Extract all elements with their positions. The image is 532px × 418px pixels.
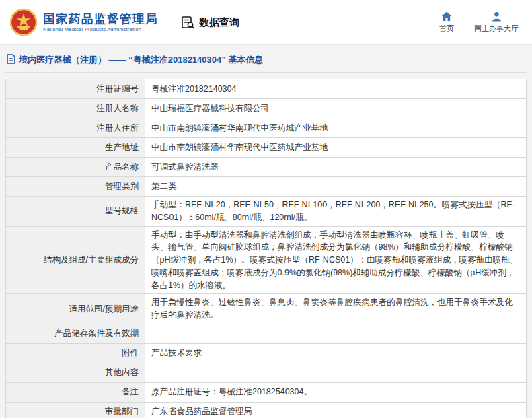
data-query-label: 数据查询 <box>199 16 239 29</box>
table-row-reg-number: 注册证编号粤械注准20182140304 <box>6 79 527 99</box>
row-label: 其他内容 <box>6 363 145 382</box>
row-label: 型号规格 <box>6 197 145 227</box>
nav-home-label: 首页 <box>439 24 454 34</box>
registration-info-table: 注册证编号粤械注准20182140304 注册人名称中山瑞福医疗器械科技有限公司… <box>5 79 527 418</box>
row-value: 第二类 <box>145 177 527 197</box>
table-row-intended-use: 适用范围/预期用途用于急慢性鼻炎、过敏性鼻炎、鼻息肉、鼻窦炎等鼻腔疾病患者的鼻腔… <box>6 294 527 324</box>
table-row-composition: 结构及组成/主要组成成分手动型：由手动型清洗器和鼻腔清洗剂组成，手动型清洗器由喷… <box>6 226 527 294</box>
nav-service-hall[interactable]: 网上办事大厅 <box>474 11 519 34</box>
row-label: 注册人名称 <box>6 99 145 118</box>
row-label: 注册人住所 <box>6 118 145 138</box>
row-value: 广东省食品药品监督管理局 <box>145 402 527 418</box>
row-label: 附件 <box>6 343 145 363</box>
row-value <box>145 363 527 382</box>
table-row-model-spec: 型号规格手动型：REF-NI-20，REF-NI-50，REF-NI-100，R… <box>6 197 527 227</box>
row-label: 产品名称 <box>6 158 145 177</box>
table-row-product-name: 产品名称可调式鼻腔清洗器 <box>6 158 527 177</box>
content-area: 境内医疗器械（注册） —— “粤械注准20182140304” 基本信息 注册证… <box>0 44 532 418</box>
row-value: 手动型：由手动型清洗器和鼻腔清洗剂组成，手动型清洗器由喷瓶容杯、喷瓶上盖、虹吸管… <box>145 226 527 294</box>
table-row-other-content: 其他内容 <box>6 363 527 382</box>
home-icon <box>441 11 452 22</box>
row-label: 产品储存条件及有效期 <box>6 324 145 343</box>
row-value: 粤械注准20182140304 <box>145 79 527 99</box>
table-row-registrant-address: 注册人住所中山市南朗镇濠涌村华南现代中医药城产业基地 <box>6 118 527 138</box>
row-value: 用于急慢性鼻炎、过敏性鼻炎、鼻息肉、鼻窦炎等鼻腔疾病患者的鼻腔清洗，也用于鼻炎手… <box>145 294 527 324</box>
site-title: 国家药品监督管理局 <box>43 12 158 26</box>
table-row-registrant-name: 注册人名称中山瑞福医疗器械科技有限公司 <box>6 99 527 118</box>
row-value: 可调式鼻腔清洗器 <box>145 158 527 177</box>
page-title-bar: 境内医疗器械（注册） —— “粤械注准20182140304” 基本信息 <box>5 50 527 73</box>
row-label: 审批部门 <box>6 402 145 418</box>
row-label: 注册证编号 <box>6 79 145 99</box>
row-value: 手动型：REF-NI-20，REF-NI-50，REF-NI-100，REF-N… <box>145 197 527 227</box>
table-row-approval-dept: 审批部门广东省食品药品监督管理局 <box>6 402 527 418</box>
row-label: 备注 <box>6 382 145 402</box>
row-label: 结构及组成/主要组成成分 <box>6 226 145 294</box>
table-row-storage: 产品储存条件及有效期 <box>6 324 527 343</box>
document-icon <box>7 54 15 66</box>
table-row-remarks: 备注原产品注册证号：粤械注准20182540304。 <box>6 382 527 402</box>
table-row-management-class: 管理类别第二类 <box>6 177 527 197</box>
table-row-attachment: 附件产品技术要求 <box>6 343 527 363</box>
user-icon <box>492 11 502 22</box>
national-emblem-icon <box>9 8 38 36</box>
info-table-body: 注册证编号粤械注准20182140304 注册人名称中山瑞福医疗器械科技有限公司… <box>6 79 527 418</box>
row-label: 管理类别 <box>6 177 145 197</box>
nav-service-hall-label: 网上办事大厅 <box>474 24 519 34</box>
data-search-icon <box>181 15 195 30</box>
nav-home[interactable]: 首页 <box>439 11 454 34</box>
row-value: 产品技术要求 <box>145 343 527 363</box>
row-value: 中山瑞福医疗器械科技有限公司 <box>145 99 527 118</box>
row-value: 中山市南朗镇濠涌村华南现代中医药城产业基地 <box>145 138 527 158</box>
table-row-production-address: 生产地址中山市南朗镇濠涌村华南现代中医药城产业基地 <box>6 138 527 158</box>
row-value: 原产品注册证号：粤械注准20182540304。 <box>145 382 527 402</box>
row-label: 生产地址 <box>6 138 145 158</box>
header-right-nav: 首页 网上办事大厅 <box>439 11 519 34</box>
site-logo: 国家药品监督管理局 National Medical Products Admi… <box>9 8 158 36</box>
row-label: 适用范围/预期用途 <box>6 294 145 324</box>
row-value: 中山市南朗镇濠涌村华南现代中医药城产业基地 <box>145 118 527 138</box>
data-query-nav[interactable]: 数据查询 <box>181 15 239 30</box>
brand-text: 国家药品监督管理局 National Medical Products Admi… <box>43 12 158 33</box>
row-value <box>145 324 527 343</box>
site-subtitle: National Medical Products Administration <box>43 27 158 33</box>
page-title: 境内医疗器械（注册） —— “粤械注准20182140304” 基本信息 <box>19 54 263 66</box>
site-header: 国家药品监督管理局 National Medical Products Admi… <box>0 0 532 44</box>
